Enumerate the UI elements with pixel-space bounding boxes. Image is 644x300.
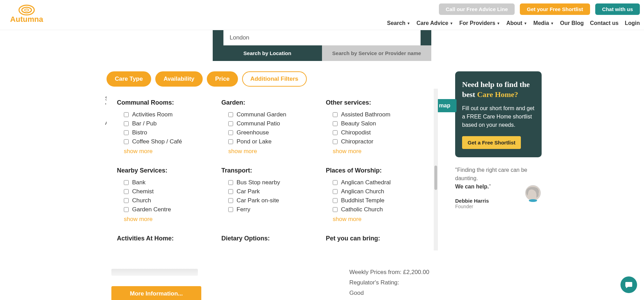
show-more-link[interactable]: show more [117, 216, 153, 223]
pill-price[interactable]: Price [207, 71, 238, 87]
filter-checkbox-label: Garden Centre [132, 206, 171, 213]
filter-heading: Activities At Home: [117, 235, 214, 242]
more-information-button[interactable]: More Information... [111, 286, 201, 300]
pill-availability[interactable]: Availability [155, 71, 203, 87]
main-nav: Search▼ Care Advice▼ For Providers▼ Abou… [387, 20, 640, 26]
logo[interactable]: Autumna [4, 4, 49, 26]
filter-checkbox[interactable] [124, 139, 129, 144]
filter-checkbox-label: Activities Room [132, 111, 173, 118]
chevron-down-icon: ▼ [450, 21, 453, 25]
filter-checkbox[interactable] [124, 198, 129, 203]
filter-checkbox[interactable] [333, 189, 338, 194]
filter-checkbox-row[interactable]: Beauty Salon [333, 120, 423, 127]
nav-media[interactable]: Media▼ [533, 20, 554, 26]
pill-additional-filters[interactable]: Additional Filters [242, 71, 307, 87]
call-advice-button[interactable]: Call our Free Advice Line [439, 3, 515, 15]
tab-search-location[interactable]: Search by Location [213, 45, 322, 61]
filter-checkbox-row[interactable]: Bank [124, 179, 214, 186]
result-photo [111, 269, 198, 276]
filter-checkbox-label: Assisted Bathroom [341, 111, 390, 118]
filter-checkbox-row[interactable]: Chemist [124, 188, 214, 195]
filter-checkbox[interactable] [228, 130, 233, 135]
filter-checkbox-row[interactable]: Car Park [228, 188, 319, 195]
filter-checkbox-row[interactable]: Church [124, 197, 214, 204]
scrollbar[interactable] [434, 166, 437, 190]
filter-checkbox[interactable] [228, 121, 233, 126]
pill-care-type[interactable]: Care Type [107, 71, 151, 87]
filter-checkbox-row[interactable]: Bar / Pub [124, 120, 214, 127]
filter-checkbox[interactable] [124, 112, 129, 117]
filter-checkbox[interactable] [333, 207, 338, 212]
get-free-shortlist-button[interactable]: Get a Free Shortlist [462, 136, 521, 149]
filter-checkbox[interactable] [228, 112, 233, 117]
svg-point-2 [25, 9, 29, 11]
filter-checkbox-row[interactable]: Ferry [228, 206, 319, 213]
show-more-link[interactable]: show more [326, 216, 361, 223]
filter-checkbox-row[interactable]: Car Park on-site [228, 197, 319, 204]
get-shortlist-button[interactable]: Get your Free Shortlist [520, 3, 590, 15]
show-more-link[interactable]: show more [326, 148, 361, 155]
show-more-link[interactable]: show more [117, 148, 153, 155]
filter-checkbox[interactable] [333, 130, 338, 135]
show-more-link[interactable]: show more [221, 148, 257, 155]
filter-checkbox[interactable] [333, 198, 338, 203]
filter-group: Nearby Services:BankChemistChurchGarden … [117, 167, 214, 223]
chat-with-us-button[interactable]: Chat with us [595, 3, 640, 15]
nav-search[interactable]: Search▼ [387, 20, 410, 26]
filter-checkbox-label: Chiropodist [341, 129, 371, 136]
filter-group: Activities At Home: [117, 235, 214, 247]
filter-checkbox-row[interactable]: Chiropodist [333, 129, 423, 136]
filter-checkbox-row[interactable]: Bistro [124, 129, 214, 136]
filter-group: Dietary Options: [221, 235, 319, 247]
filter-checkbox-label: Chemist [132, 188, 154, 195]
chat-launcher[interactable] [620, 276, 637, 293]
nav-login[interactable]: Login [625, 20, 640, 26]
chevron-down-icon: ▼ [550, 21, 554, 25]
search-tabs: Search by Location Search by Service or … [213, 45, 431, 61]
filter-checkbox[interactable] [228, 198, 233, 203]
filter-checkbox[interactable] [333, 112, 338, 117]
filter-checkbox[interactable] [228, 139, 233, 144]
svg-text:Autumna: Autumna [10, 15, 43, 24]
filter-checkbox[interactable] [124, 180, 129, 185]
filter-checkbox-row[interactable]: Buddhist Temple [333, 197, 423, 204]
filter-checkbox-row[interactable]: Assisted Bathroom [333, 111, 423, 118]
filter-checkbox-row[interactable]: Chiropractor [333, 138, 423, 145]
filter-checkbox[interactable] [333, 121, 338, 126]
filter-checkbox-row[interactable]: Communal Garden [228, 111, 319, 118]
filter-checkbox-label: Anglican Church [341, 188, 384, 195]
nav-care-advice[interactable]: Care Advice▼ [416, 20, 453, 26]
filter-checkbox[interactable] [124, 121, 129, 126]
nav-for-providers[interactable]: For Providers▼ [459, 20, 500, 26]
filter-checkbox-row[interactable]: Coffee Shop / Café [124, 138, 214, 145]
filter-checkbox-row[interactable]: Anglican Church [333, 188, 423, 195]
nav-about[interactable]: About▼ [506, 20, 527, 26]
tab-search-service[interactable]: Search by Service or Provider name [322, 45, 431, 61]
filter-checkbox[interactable] [124, 130, 129, 135]
additional-filters-panel: Communal Rooms:Activities RoomBar / PubB… [107, 89, 438, 250]
filter-checkbox-label: Anglican Cathedral [341, 179, 391, 186]
nav-blog[interactable]: Our Blog [560, 20, 583, 26]
filter-checkbox[interactable] [228, 189, 233, 194]
filter-heading: Places of Worship: [326, 167, 423, 174]
filter-checkbox[interactable] [228, 180, 233, 185]
nav-contact[interactable]: Contact us [590, 20, 619, 26]
filter-checkbox-row[interactable]: Communal Patio [228, 120, 319, 127]
filter-checkbox-row[interactable]: Bus Stop nearby [228, 179, 319, 186]
filter-checkbox[interactable] [333, 139, 338, 144]
filter-checkbox-row[interactable]: Garden Centre [124, 206, 214, 213]
filter-checkbox-label: Beauty Salon [341, 120, 376, 127]
filter-checkbox[interactable] [124, 189, 129, 194]
filter-checkbox-row[interactable]: Catholic Church [333, 206, 423, 213]
filter-checkbox-row[interactable]: Anglican Cathedral [333, 179, 423, 186]
filter-checkbox-row[interactable]: Activities Room [124, 111, 214, 118]
filter-checkbox-label: Coffee Shop / Café [132, 138, 182, 145]
filter-checkbox-row[interactable]: Greenhouse [228, 129, 319, 136]
filter-checkbox[interactable] [124, 207, 129, 212]
location-search-input[interactable] [223, 30, 421, 45]
filter-heading: Pet you can bring: [326, 235, 423, 242]
filter-checkbox-row[interactable]: Pond or Lake [228, 138, 319, 145]
filter-checkbox[interactable] [228, 207, 233, 212]
filter-pills: Care Type Availability Price Additional … [102, 71, 448, 87]
filter-checkbox[interactable] [333, 180, 338, 185]
